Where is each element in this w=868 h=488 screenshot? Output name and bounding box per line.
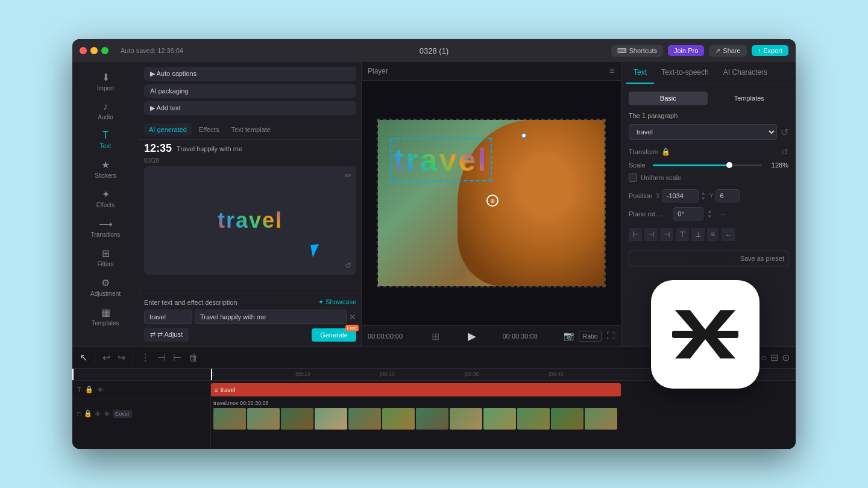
close-button[interactable]: [80, 47, 87, 54]
minimize-button[interactable]: [90, 47, 98, 54]
lock-icon[interactable]: 🔒: [85, 386, 93, 393]
panel-time-row: 12:35 Travel happily with me: [139, 140, 361, 157]
player-current-time: 00:00:00:00: [368, 333, 403, 340]
join-pro-button[interactable]: Join Pro: [668, 45, 704, 56]
audio-eye-icon[interactable]: 👁: [104, 410, 110, 418]
save-preset-button[interactable]: Save as preset: [629, 251, 788, 266]
undo-button[interactable]: ↩: [101, 351, 112, 364]
sidebar-item-stickers[interactable]: ★ Stickers: [72, 154, 139, 184]
ai-description-input[interactable]: [195, 310, 347, 324]
tab-text[interactable]: Text: [626, 62, 654, 84]
split-end-button[interactable]: ⊢: [172, 351, 183, 364]
transform-handle[interactable]: [521, 133, 526, 138]
align-distribute-button[interactable]: ⫠: [721, 228, 735, 241]
app-logo-svg: [669, 304, 741, 364]
adjust-button[interactable]: ⇄ ⇄ Adjust: [144, 328, 189, 342]
x-up-icon[interactable]: ▲: [701, 190, 706, 196]
sidebar-item-transitions[interactable]: ⟶ Transitions: [72, 213, 139, 243]
filters-icon: ⊞: [102, 248, 110, 259]
transform-reset-icon[interactable]: ↺: [781, 147, 788, 157]
panel-page: 03/28: [139, 157, 361, 164]
rotation-input[interactable]: [673, 207, 703, 221]
ruler-mark-20: |00:20: [380, 371, 395, 377]
sidebar-item-templates[interactable]: ▦ Templates: [72, 302, 139, 331]
export-button[interactable]: ↑ Export: [752, 45, 788, 56]
playhead: [72, 369, 74, 380]
add-text-button[interactable]: ▶ Add text: [144, 101, 356, 115]
subtab-basic[interactable]: Basic: [629, 92, 708, 105]
paragraph-dropdown[interactable]: travel: [629, 124, 777, 140]
maximize-button[interactable]: [101, 47, 108, 54]
align-center-v-button[interactable]: ⊥: [691, 228, 705, 241]
tab-effects[interactable]: Effects: [194, 124, 224, 136]
text-track-controls: T 🔒 👁: [72, 381, 210, 399]
y-input[interactable]: [715, 189, 740, 202]
tab-ai-generated[interactable]: AI generated: [144, 124, 192, 136]
play-button[interactable]: ▶: [468, 330, 476, 343]
x-stepper[interactable]: ▲ ▼: [701, 190, 706, 201]
shortcuts-button[interactable]: ⌨ Shortcuts: [611, 45, 663, 57]
eye-icon[interactable]: 👁: [97, 386, 104, 393]
share-button[interactable]: ↗ Share: [709, 45, 746, 57]
timeline-icon-7[interactable]: ⊟: [770, 352, 778, 363]
ai-packaging-button[interactable]: AI packaging: [144, 84, 356, 98]
text-clip[interactable]: ≡ travel: [211, 383, 621, 396]
generate-button[interactable]: Generate Free: [312, 328, 356, 342]
paragraph-label: The 1 paragraph: [629, 112, 788, 119]
auto-save-label: Auto saved: 12:36:04: [121, 47, 183, 54]
tool-separator-2: [133, 353, 133, 363]
redo-button[interactable]: ↪: [116, 351, 127, 364]
auto-captions-button[interactable]: ▶ Auto captions: [144, 67, 356, 81]
x-input[interactable]: [662, 189, 699, 202]
scale-slider-thumb[interactable]: [726, 162, 732, 168]
split-start-button[interactable]: ⊣: [156, 351, 167, 364]
ai-clear-button[interactable]: ✕: [349, 310, 356, 324]
align-bottom-button[interactable]: ≡: [707, 228, 719, 241]
panel-preview: ✏ travel ↺: [144, 166, 356, 275]
tab-ai-characters[interactable]: AI Characters: [716, 62, 775, 84]
rotation-reset-icon[interactable]: −: [720, 209, 725, 219]
align-right-button[interactable]: ⊣: [660, 228, 673, 241]
y-label: Y: [709, 193, 714, 199]
x-down-icon[interactable]: ▼: [701, 196, 706, 201]
split-tool-button[interactable]: ⋮: [139, 351, 151, 364]
showcase-button[interactable]: ✦ Showcase: [318, 298, 356, 306]
ratio-button[interactable]: Ratio: [579, 331, 602, 342]
screenshot-icon[interactable]: 📷: [564, 331, 574, 342]
cover-label[interactable]: Cover: [113, 410, 132, 418]
timeline-icon-8[interactable]: ⊙: [782, 352, 790, 363]
delete-button[interactable]: 🗑: [187, 351, 200, 364]
text-track-icon: T: [77, 386, 81, 393]
rot-down-icon[interactable]: ▼: [707, 214, 712, 219]
scale-slider[interactable]: [653, 164, 762, 166]
select-tool-button[interactable]: ↖: [78, 351, 89, 364]
tab-text-to-speech[interactable]: Text-to-speech: [654, 62, 716, 84]
sidebar-item-text[interactable]: T Text: [72, 125, 139, 154]
ai-text-input[interactable]: [144, 310, 192, 324]
player-menu-icon[interactable]: ≡: [609, 66, 615, 77]
tab-text-template[interactable]: Text template: [226, 124, 275, 136]
rot-up-icon[interactable]: ▲: [707, 208, 712, 214]
sidebar-item-import[interactable]: ⬇ Import: [72, 67, 139, 96]
align-center-h-button[interactable]: ⊣: [644, 228, 658, 241]
rotation-stepper[interactable]: ▲ ▼: [707, 208, 712, 219]
timeline-ruler-left: [72, 369, 210, 381]
player-text-overlay[interactable]: travel: [390, 138, 492, 181]
left-sidebar: ⬇ Import ♪ Audio T Text ★ Stickers ✦ Eff…: [72, 62, 139, 346]
align-top-button[interactable]: ⊤: [676, 228, 689, 241]
adjust-icon: ⇄: [150, 331, 156, 339]
refresh-icon[interactable]: ↺: [345, 261, 351, 270]
uniform-scale-checkbox[interactable]: [629, 174, 637, 182]
subtab-templates[interactable]: Templates: [710, 92, 789, 105]
sidebar-item-effects[interactable]: ✦ Effects: [72, 184, 139, 213]
fullscreen-icon[interactable]: ⛶: [606, 331, 615, 342]
sidebar-item-adjustment[interactable]: ⚙ Adjustment: [72, 272, 139, 302]
sidebar-item-filters[interactable]: ⊞ Filters: [72, 243, 139, 272]
video-eye-icon[interactable]: 👁: [95, 410, 101, 418]
timeline-icon-6[interactable]: ○: [761, 352, 767, 363]
video-lock-icon[interactable]: 🔒: [84, 410, 92, 418]
reset-icon[interactable]: ↺: [781, 127, 788, 138]
sidebar-item-audio[interactable]: ♪ Audio: [72, 96, 139, 125]
edit-icon[interactable]: ✏: [345, 171, 351, 180]
align-left-button[interactable]: ⊢: [629, 228, 642, 241]
